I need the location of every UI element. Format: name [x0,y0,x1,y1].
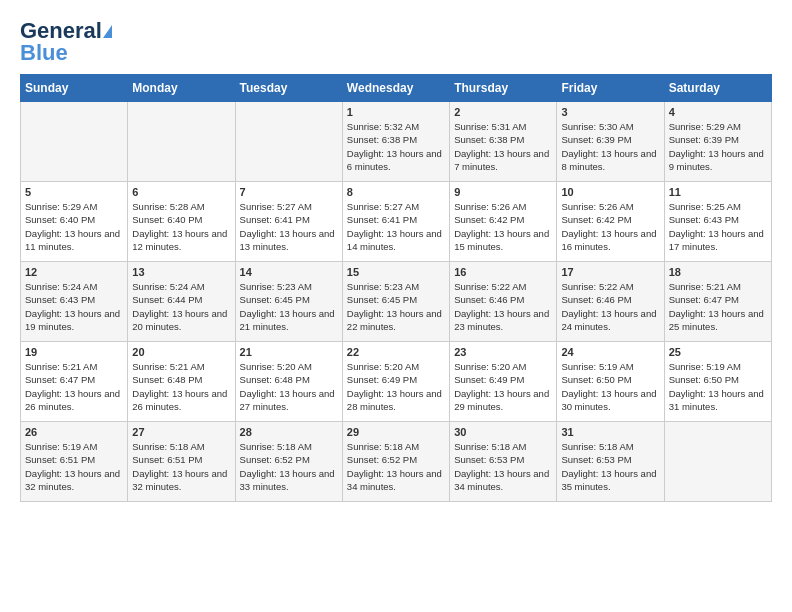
day-info: Sunrise: 5:21 AM Sunset: 6:48 PM Dayligh… [132,360,230,413]
day-info: Sunrise: 5:27 AM Sunset: 6:41 PM Dayligh… [240,200,338,253]
weekday-header-monday: Monday [128,75,235,102]
calendar-cell: 3Sunrise: 5:30 AM Sunset: 6:39 PM Daylig… [557,102,664,182]
calendar-cell: 28Sunrise: 5:18 AM Sunset: 6:52 PM Dayli… [235,422,342,502]
calendar-cell: 13Sunrise: 5:24 AM Sunset: 6:44 PM Dayli… [128,262,235,342]
day-number: 2 [454,106,552,118]
calendar-cell: 5Sunrise: 5:29 AM Sunset: 6:40 PM Daylig… [21,182,128,262]
calendar-cell: 2Sunrise: 5:31 AM Sunset: 6:38 PM Daylig… [450,102,557,182]
day-number: 11 [669,186,767,198]
day-info: Sunrise: 5:21 AM Sunset: 6:47 PM Dayligh… [25,360,123,413]
day-number: 1 [347,106,445,118]
day-number: 12 [25,266,123,278]
day-number: 6 [132,186,230,198]
day-info: Sunrise: 5:25 AM Sunset: 6:43 PM Dayligh… [669,200,767,253]
calendar-cell: 29Sunrise: 5:18 AM Sunset: 6:52 PM Dayli… [342,422,449,502]
day-info: Sunrise: 5:31 AM Sunset: 6:38 PM Dayligh… [454,120,552,173]
day-info: Sunrise: 5:19 AM Sunset: 6:50 PM Dayligh… [561,360,659,413]
calendar-week-row: 26Sunrise: 5:19 AM Sunset: 6:51 PM Dayli… [21,422,772,502]
day-number: 19 [25,346,123,358]
page-header: General Blue [20,20,772,64]
weekday-header-tuesday: Tuesday [235,75,342,102]
logo-blue: Blue [20,42,68,64]
day-info: Sunrise: 5:18 AM Sunset: 6:53 PM Dayligh… [454,440,552,493]
calendar-cell: 24Sunrise: 5:19 AM Sunset: 6:50 PM Dayli… [557,342,664,422]
calendar-cell: 1Sunrise: 5:32 AM Sunset: 6:38 PM Daylig… [342,102,449,182]
day-info: Sunrise: 5:32 AM Sunset: 6:38 PM Dayligh… [347,120,445,173]
calendar-cell: 19Sunrise: 5:21 AM Sunset: 6:47 PM Dayli… [21,342,128,422]
day-info: Sunrise: 5:20 AM Sunset: 6:48 PM Dayligh… [240,360,338,413]
calendar-cell: 22Sunrise: 5:20 AM Sunset: 6:49 PM Dayli… [342,342,449,422]
day-number: 22 [347,346,445,358]
day-number: 21 [240,346,338,358]
day-number: 29 [347,426,445,438]
day-number: 15 [347,266,445,278]
weekday-header-friday: Friday [557,75,664,102]
calendar-cell: 18Sunrise: 5:21 AM Sunset: 6:47 PM Dayli… [664,262,771,342]
day-number: 10 [561,186,659,198]
day-number: 26 [25,426,123,438]
calendar-cell: 27Sunrise: 5:18 AM Sunset: 6:51 PM Dayli… [128,422,235,502]
day-info: Sunrise: 5:19 AM Sunset: 6:50 PM Dayligh… [669,360,767,413]
day-info: Sunrise: 5:19 AM Sunset: 6:51 PM Dayligh… [25,440,123,493]
day-number: 16 [454,266,552,278]
calendar-cell: 21Sunrise: 5:20 AM Sunset: 6:48 PM Dayli… [235,342,342,422]
day-number: 23 [454,346,552,358]
weekday-header-row: SundayMondayTuesdayWednesdayThursdayFrid… [21,75,772,102]
calendar-cell: 14Sunrise: 5:23 AM Sunset: 6:45 PM Dayli… [235,262,342,342]
calendar-cell: 11Sunrise: 5:25 AM Sunset: 6:43 PM Dayli… [664,182,771,262]
day-info: Sunrise: 5:18 AM Sunset: 6:52 PM Dayligh… [347,440,445,493]
calendar-week-row: 5Sunrise: 5:29 AM Sunset: 6:40 PM Daylig… [21,182,772,262]
day-info: Sunrise: 5:27 AM Sunset: 6:41 PM Dayligh… [347,200,445,253]
calendar-cell [21,102,128,182]
calendar-cell: 26Sunrise: 5:19 AM Sunset: 6:51 PM Dayli… [21,422,128,502]
calendar-cell: 17Sunrise: 5:22 AM Sunset: 6:46 PM Dayli… [557,262,664,342]
day-info: Sunrise: 5:21 AM Sunset: 6:47 PM Dayligh… [669,280,767,333]
day-info: Sunrise: 5:28 AM Sunset: 6:40 PM Dayligh… [132,200,230,253]
day-number: 27 [132,426,230,438]
day-info: Sunrise: 5:23 AM Sunset: 6:45 PM Dayligh… [347,280,445,333]
day-number: 20 [132,346,230,358]
day-info: Sunrise: 5:22 AM Sunset: 6:46 PM Dayligh… [561,280,659,333]
calendar-cell: 4Sunrise: 5:29 AM Sunset: 6:39 PM Daylig… [664,102,771,182]
calendar-cell: 9Sunrise: 5:26 AM Sunset: 6:42 PM Daylig… [450,182,557,262]
logo: General Blue [20,20,112,64]
calendar-cell: 7Sunrise: 5:27 AM Sunset: 6:41 PM Daylig… [235,182,342,262]
day-number: 14 [240,266,338,278]
day-number: 5 [25,186,123,198]
calendar-week-row: 1Sunrise: 5:32 AM Sunset: 6:38 PM Daylig… [21,102,772,182]
calendar-week-row: 19Sunrise: 5:21 AM Sunset: 6:47 PM Dayli… [21,342,772,422]
calendar-cell: 20Sunrise: 5:21 AM Sunset: 6:48 PM Dayli… [128,342,235,422]
day-info: Sunrise: 5:18 AM Sunset: 6:52 PM Dayligh… [240,440,338,493]
calendar-cell: 15Sunrise: 5:23 AM Sunset: 6:45 PM Dayli… [342,262,449,342]
calendar-cell [235,102,342,182]
day-info: Sunrise: 5:29 AM Sunset: 6:39 PM Dayligh… [669,120,767,173]
day-info: Sunrise: 5:20 AM Sunset: 6:49 PM Dayligh… [347,360,445,413]
calendar-cell: 31Sunrise: 5:18 AM Sunset: 6:53 PM Dayli… [557,422,664,502]
calendar-cell [128,102,235,182]
day-number: 4 [669,106,767,118]
day-info: Sunrise: 5:20 AM Sunset: 6:49 PM Dayligh… [454,360,552,413]
calendar-cell: 12Sunrise: 5:24 AM Sunset: 6:43 PM Dayli… [21,262,128,342]
day-number: 17 [561,266,659,278]
calendar-cell: 8Sunrise: 5:27 AM Sunset: 6:41 PM Daylig… [342,182,449,262]
calendar-cell: 30Sunrise: 5:18 AM Sunset: 6:53 PM Dayli… [450,422,557,502]
day-info: Sunrise: 5:30 AM Sunset: 6:39 PM Dayligh… [561,120,659,173]
day-info: Sunrise: 5:18 AM Sunset: 6:51 PM Dayligh… [132,440,230,493]
day-number: 30 [454,426,552,438]
calendar-cell [664,422,771,502]
day-number: 18 [669,266,767,278]
day-number: 9 [454,186,552,198]
day-number: 31 [561,426,659,438]
day-info: Sunrise: 5:26 AM Sunset: 6:42 PM Dayligh… [454,200,552,253]
calendar-week-row: 12Sunrise: 5:24 AM Sunset: 6:43 PM Dayli… [21,262,772,342]
weekday-header-saturday: Saturday [664,75,771,102]
calendar-cell: 23Sunrise: 5:20 AM Sunset: 6:49 PM Dayli… [450,342,557,422]
day-info: Sunrise: 5:24 AM Sunset: 6:43 PM Dayligh… [25,280,123,333]
calendar-cell: 10Sunrise: 5:26 AM Sunset: 6:42 PM Dayli… [557,182,664,262]
day-info: Sunrise: 5:26 AM Sunset: 6:42 PM Dayligh… [561,200,659,253]
day-number: 13 [132,266,230,278]
weekday-header-sunday: Sunday [21,75,128,102]
day-info: Sunrise: 5:22 AM Sunset: 6:46 PM Dayligh… [454,280,552,333]
day-info: Sunrise: 5:23 AM Sunset: 6:45 PM Dayligh… [240,280,338,333]
day-number: 25 [669,346,767,358]
